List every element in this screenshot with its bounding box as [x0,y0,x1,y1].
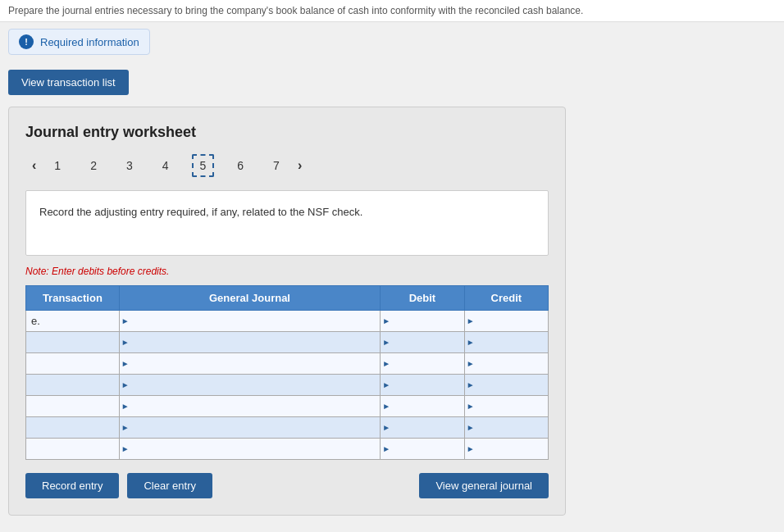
debit-input-5[interactable] [392,396,463,416]
debit-input-1[interactable] [392,311,463,331]
debit-arrow-4: ► [381,380,392,389]
pagination: ‹ 1 2 3 4 5 6 7 › [25,154,549,177]
debit-input-7[interactable] [392,439,463,459]
general-journal-cell-6[interactable]: ► [119,417,381,439]
general-journal-input-2[interactable] [131,332,381,352]
table-row: ► ► ► [26,417,549,439]
debit-arrow-7: ► [381,444,392,453]
credit-input-3[interactable] [476,353,548,374]
credit-input-2[interactable] [476,332,548,352]
debit-cell-6[interactable]: ► [381,417,464,439]
general-journal-input-4[interactable] [131,375,381,395]
general-journal-input-5[interactable] [131,396,381,416]
note-text: Note: Enter debits before credits. [25,266,549,277]
credit-cell-1[interactable]: ► [464,311,548,332]
debit-cell-4[interactable]: ► [381,375,464,396]
general-journal-cell-3[interactable]: ► [119,353,381,375]
journal-table: Transaction General Journal Debit Credit… [25,285,549,460]
table-row: ► ► ► [26,353,549,375]
general-journal-cell-2[interactable]: ► [119,332,381,353]
credit-cell-5[interactable]: ► [464,396,548,417]
general-journal-cell-5[interactable]: ► [119,396,381,417]
credit-input-5[interactable] [476,396,548,416]
clear-entry-button[interactable]: Clear entry [127,473,212,498]
debit-cell-5[interactable]: ► [381,396,464,417]
page-2[interactable]: 2 [84,156,103,175]
pagination-next-arrow[interactable]: › [291,155,308,176]
general-journal-input-6[interactable] [131,417,381,438]
credit-cell-6[interactable]: ► [464,417,548,439]
transaction-cell-2 [26,332,120,353]
general-journal-cell-7[interactable]: ► [119,439,381,460]
credit-input-1[interactable] [476,311,548,331]
general-journal-cell-4[interactable]: ► [119,375,381,396]
debit-arrow-2: ► [381,338,392,347]
credit-cell-4[interactable]: ► [464,375,548,396]
table-row: e. ► ► ► [26,311,549,332]
credit-arrow-3: ► [465,359,476,368]
credit-input-6[interactable] [476,417,548,438]
debit-input-2[interactable] [392,332,463,352]
general-journal-input-1[interactable] [131,311,381,331]
debit-input-6[interactable] [392,417,463,438]
table-row: ► ► ► [26,332,549,353]
transaction-cell-5 [26,396,120,417]
row-arrow-4: ► [120,380,131,389]
debit-input-4[interactable] [392,375,463,395]
view-transaction-button[interactable]: View transaction list [8,70,129,95]
credit-cell-7[interactable]: ► [464,439,548,460]
required-info-bar: ! Required information [8,29,150,55]
required-info-label: Required information [40,36,139,48]
credit-input-7[interactable] [476,439,548,459]
page-3[interactable]: 3 [120,156,139,175]
transaction-cell-4 [26,375,120,396]
transaction-cell-6 [26,417,120,439]
transaction-cell-3 [26,353,120,375]
page-1[interactable]: 1 [48,156,67,175]
debit-input-3[interactable] [392,353,463,374]
worksheet-title: Journal entry worksheet [25,124,549,141]
credit-cell-2[interactable]: ► [464,332,548,353]
table-row: ► ► ► [26,439,549,460]
page-4[interactable]: 4 [156,156,175,175]
info-icon: ! [19,34,34,49]
debit-cell-2[interactable]: ► [381,332,464,353]
credit-arrow-4: ► [465,380,476,389]
row-arrow-2: ► [120,338,131,347]
row-arrow-5: ► [120,402,131,411]
row-arrow-3: ► [120,359,131,368]
record-entry-button[interactable]: Record entry [25,473,119,498]
debit-cell-1[interactable]: ► [381,311,464,332]
credit-cell-3[interactable]: ► [464,353,548,375]
col-header-transaction: Transaction [26,286,120,311]
col-header-debit: Debit [381,286,464,311]
debit-arrow-3: ► [381,359,392,368]
page-5[interactable]: 5 [192,154,215,177]
general-journal-input-3[interactable] [131,353,381,374]
credit-arrow-1: ► [465,316,476,325]
row-arrow-6: ► [120,423,131,432]
general-journal-cell-1[interactable]: ► [119,311,381,332]
general-journal-input-7[interactable] [131,439,381,459]
button-row: Record entry Clear entry View general jo… [25,473,549,498]
credit-input-4[interactable] [476,375,548,395]
debit-arrow-5: ► [381,402,392,411]
row-arrow-7: ► [120,444,131,453]
view-general-journal-button[interactable]: View general journal [419,473,549,498]
col-header-general-journal: General Journal [119,286,381,311]
row-arrow-1: ► [120,316,131,325]
debit-arrow-6: ► [381,423,392,432]
top-banner: Prepare the journal entries necessary to… [0,0,784,22]
credit-arrow-2: ► [465,338,476,347]
pagination-numbers: 1 2 3 4 5 6 7 [48,154,286,177]
debit-cell-3[interactable]: ► [381,353,464,375]
page-7[interactable]: 7 [267,156,286,175]
debit-cell-7[interactable]: ► [381,439,464,460]
transaction-cell-1: e. [26,311,120,332]
table-row: ► ► ► [26,375,549,396]
table-row: ► ► ► [26,396,549,417]
debit-arrow-1: ► [381,316,392,325]
credit-arrow-6: ► [465,423,476,432]
pagination-prev-arrow[interactable]: ‹ [25,155,43,176]
page-6[interactable]: 6 [230,156,250,175]
